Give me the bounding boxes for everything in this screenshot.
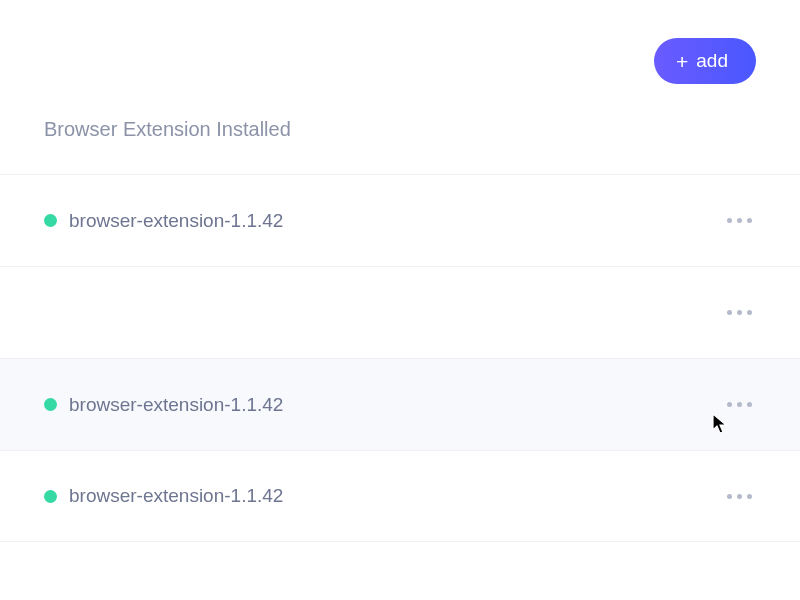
- status-dot-icon: [44, 214, 57, 227]
- more-menu-button[interactable]: [727, 208, 752, 233]
- status-dot-icon: [44, 398, 57, 411]
- list-item-label: browser-extension-1.1.42: [69, 485, 283, 507]
- section-title: Browser Extension Installed: [44, 118, 291, 141]
- list-item[interactable]: browser-extension-1.1.42: [0, 450, 800, 542]
- dots-icon: [727, 310, 732, 315]
- dots-icon: [747, 402, 752, 407]
- add-button-label: add: [696, 50, 728, 72]
- add-button[interactable]: + add: [654, 38, 756, 84]
- list-item[interactable]: [0, 266, 800, 358]
- dots-icon: [737, 494, 742, 499]
- dots-icon: [727, 402, 732, 407]
- list-item-label: browser-extension-1.1.42: [69, 394, 283, 416]
- dots-icon: [737, 310, 742, 315]
- dots-icon: [727, 494, 732, 499]
- dots-icon: [737, 218, 742, 223]
- dots-icon: [727, 218, 732, 223]
- extension-list: browser-extension-1.1.42 browser-extensi…: [0, 174, 800, 542]
- cursor-icon: [712, 413, 728, 435]
- list-item[interactable]: browser-extension-1.1.42: [0, 174, 800, 266]
- app-canvas: + add Browser Extension Installed browse…: [0, 0, 800, 600]
- status-dot-icon: [44, 490, 57, 503]
- dots-icon: [737, 402, 742, 407]
- more-menu-button[interactable]: [727, 300, 752, 325]
- dots-icon: [747, 494, 752, 499]
- list-item[interactable]: browser-extension-1.1.42: [0, 358, 800, 450]
- plus-icon: +: [676, 51, 688, 72]
- dots-icon: [747, 310, 752, 315]
- more-menu-button[interactable]: [727, 392, 752, 417]
- more-menu-button[interactable]: [727, 484, 752, 509]
- dots-icon: [747, 218, 752, 223]
- list-item-label: browser-extension-1.1.42: [69, 210, 283, 232]
